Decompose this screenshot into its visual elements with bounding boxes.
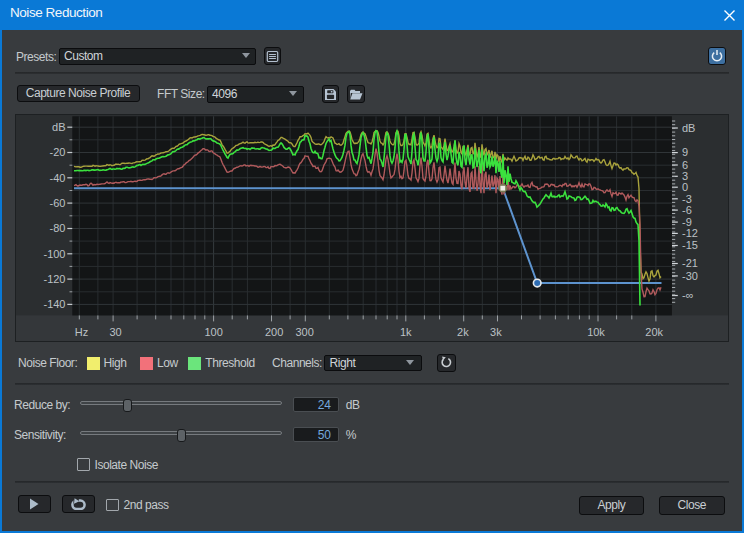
svg-text:Hz: Hz	[75, 326, 88, 338]
svg-text:-12: -12	[682, 227, 698, 239]
svg-text:2k: 2k	[457, 326, 469, 338]
svg-text:300: 300	[295, 326, 313, 338]
svg-text:6: 6	[682, 159, 688, 171]
svg-text:-9: -9	[682, 216, 692, 228]
svg-text:0: 0	[682, 181, 688, 193]
svg-text:10k: 10k	[587, 326, 605, 338]
svg-text:3k: 3k	[490, 326, 502, 338]
svg-text:200: 200	[265, 326, 283, 338]
svg-text:dB: dB	[682, 122, 695, 134]
svg-text:-21: -21	[682, 257, 698, 269]
svg-text:9: 9	[682, 146, 688, 158]
svg-text:1k: 1k	[400, 326, 412, 338]
svg-text:-∞: -∞	[682, 289, 694, 301]
svg-text:-3: -3	[682, 193, 692, 205]
svg-text:-100: -100	[43, 248, 65, 260]
svg-text:20k: 20k	[645, 326, 663, 338]
svg-text:-15: -15	[682, 239, 698, 251]
svg-text:-30: -30	[682, 270, 698, 282]
svg-text:-40: -40	[50, 172, 66, 184]
svg-text:-120: -120	[43, 273, 65, 285]
svg-text:-140: -140	[43, 298, 65, 310]
svg-text:dB: dB	[52, 121, 65, 133]
svg-text:-80: -80	[50, 222, 66, 234]
svg-text:100: 100	[204, 326, 222, 338]
svg-text:-60: -60	[50, 197, 66, 209]
svg-text:-20: -20	[50, 146, 66, 158]
svg-text:-6: -6	[682, 204, 692, 216]
svg-text:30: 30	[109, 326, 121, 338]
